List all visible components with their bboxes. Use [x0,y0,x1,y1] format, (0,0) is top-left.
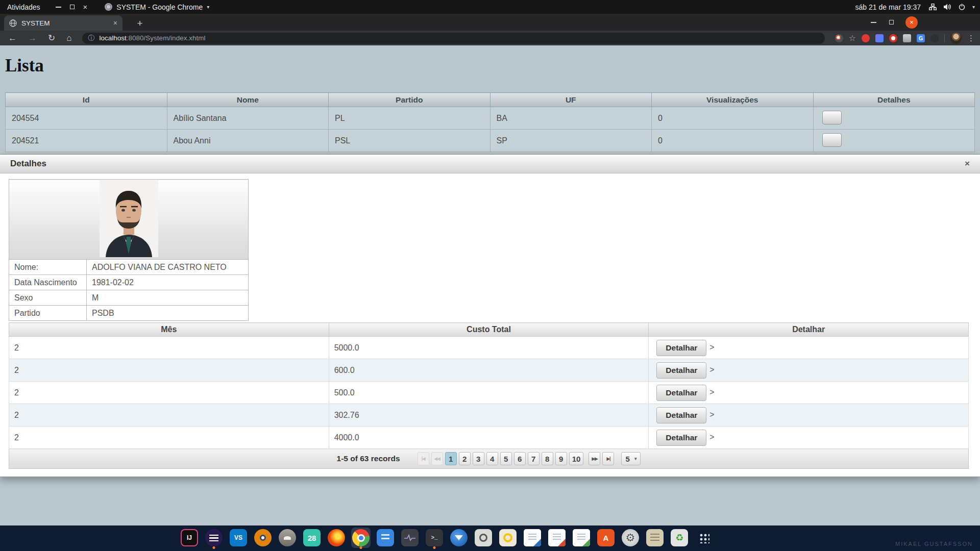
detalhes-button[interactable] [822,133,842,147]
activities-button[interactable]: Atividades [7,3,40,11]
forward-button[interactable]: → [28,33,37,43]
close-icon[interactable]: × [83,3,88,11]
browser-restore-button[interactable] [889,14,894,31]
page-button-6[interactable]: 6 [514,452,526,465]
dock-gimp-icon[interactable] [278,528,297,548]
dock-intellij-icon[interactable]: IJ [180,528,199,548]
cube-extension-icon[interactable] [903,34,911,42]
field-value: M [87,290,249,306]
dark-paw-extension-icon[interactable] [930,34,939,42]
bookmark-star-icon[interactable]: ☆ [849,34,856,42]
cell-custo: 302.76 [329,404,649,427]
browser-menu-icon[interactable]: ⋮ [967,34,975,43]
col-header-nome[interactable]: Nome [167,93,329,107]
page-button-1[interactable]: 1 [445,452,457,465]
page-size-value: 5 [625,455,629,463]
detalhar-button[interactable]: Detalhar [656,407,706,423]
adblock-hand-extension-icon[interactable] [862,34,870,42]
first-page-button[interactable]: |◀ [418,452,429,465]
focused-app-menu[interactable]: SYSTEM - Google Chrome ▾ [105,3,209,11]
prev-page-button[interactable]: ◀◀ [431,452,443,465]
browser-minimize-button[interactable] [871,14,876,31]
detalhes-button[interactable] [822,111,842,124]
toolbar-divider [944,34,945,42]
new-tab-button[interactable]: + [134,17,146,30]
system-tray[interactable]: ▾ [929,4,975,10]
col-header-id[interactable]: Id [6,93,167,107]
dock-settings-icon[interactable]: ⚙ [621,528,640,548]
cell-nome: Abou Anni [167,130,329,152]
page-button-10[interactable]: 10 [569,452,584,465]
dock-chrome-icon[interactable] [351,528,371,548]
dock-media-player-icon[interactable] [474,528,493,548]
dock-thunderbird-icon[interactable] [449,528,469,548]
page-button-9[interactable]: 9 [555,452,567,465]
dock-system-monitor-icon[interactable] [400,528,420,548]
translate-extension-icon[interactable]: G [917,34,925,42]
globe-favicon-icon [9,19,17,27]
page-button-4[interactable]: 4 [486,452,498,465]
dock-files-icon[interactable] [376,528,395,548]
profile-avatar[interactable] [950,33,962,44]
browser-close-button[interactable]: × [905,14,918,31]
page-button-7[interactable]: 7 [528,452,540,465]
detalhar-button[interactable]: Detalhar [656,385,706,401]
field-value: ADOLFO VIANA DE CASTRO NETO [87,260,249,275]
dock-archive-manager-icon[interactable] [645,528,665,548]
tab-system[interactable]: SYSTEM × [4,15,122,31]
detalhar-button[interactable]: Detalhar [656,430,706,446]
col-header-detalhar[interactable]: Detalhar [649,323,969,337]
clock[interactable]: sáb 21 de mar 19:37 [855,3,921,11]
expenses-header-row: Mês Custo Total Detalhar [9,323,969,337]
page-size-select[interactable]: 5 ▾ [621,452,641,465]
page-info-icon[interactable]: ⓘ [88,34,95,43]
cell-uf: BA [490,107,652,130]
back-button[interactable]: ← [8,33,17,43]
field-label: Partido [9,306,87,321]
page-button-8[interactable]: 8 [542,452,553,465]
maximize-icon[interactable] [70,5,75,9]
home-button[interactable]: ⌂ [66,33,71,43]
dock-app-grid-icon[interactable] [694,528,714,548]
dock-libreoffice-calc-icon[interactable] [572,528,591,548]
col-header-mes[interactable]: Mês [9,323,329,337]
col-header-partido[interactable]: Partido [329,93,491,107]
url-host: localhost [100,34,127,42]
dock-calendar-icon[interactable]: 28 [302,528,322,548]
col-header-visualizacoes[interactable]: Visualizações [652,93,814,107]
col-header-uf[interactable]: UF [490,93,652,107]
detalhes-dialog: Detalhes × [0,154,980,477]
minimize-icon [871,22,876,23]
detalhar-button[interactable]: Detalhar [656,340,706,356]
duckduckgo-extension-icon[interactable] [835,34,843,42]
last-page-button[interactable]: ▶| [602,452,614,465]
profile-row: Nome: ADOLFO VIANA DE CASTRO NETO [9,260,249,275]
col-header-detalhes[interactable]: Detalhes [813,93,975,107]
dialog-close-icon[interactable]: × [965,159,970,169]
reload-button[interactable]: ↻ [48,33,55,43]
network-icon [929,4,937,10]
dock-libreoffice-writer-icon[interactable] [523,528,542,548]
dock-trash-icon[interactable]: ♻ [670,528,689,548]
minimize-icon[interactable] [56,7,61,8]
window-extension-icon[interactable] [875,34,884,42]
dock-eclipse-icon[interactable] [204,528,224,548]
detalhar-button[interactable]: Detalhar [656,362,706,379]
dock-blender-icon[interactable] [253,528,273,548]
dock-terminal-icon[interactable]: >_ [425,528,444,548]
dock-software-store-icon[interactable]: A [596,528,616,548]
dock-libreoffice-impress-icon[interactable] [547,528,567,548]
tab-close-icon[interactable]: × [113,19,117,27]
chrome-app-icon [105,3,112,11]
col-header-custo-total[interactable]: Custo Total [329,323,649,337]
page-button-3[interactable]: 3 [473,452,484,465]
dock-rhythmbox-icon[interactable] [498,528,518,548]
blocker-extension-icon[interactable] [889,34,897,42]
page-button-5[interactable]: 5 [500,452,512,465]
address-bar[interactable]: ⓘ localhost:8080/System/index.xhtml [82,33,825,44]
dock-firefox-icon[interactable] [327,528,346,548]
dock-vscode-icon[interactable]: VS [229,528,248,548]
watermark-text: MIKAEL GUSTAFSSON [895,541,973,547]
next-page-button[interactable]: ▶▶ [589,452,600,465]
page-button-2[interactable]: 2 [459,452,471,465]
